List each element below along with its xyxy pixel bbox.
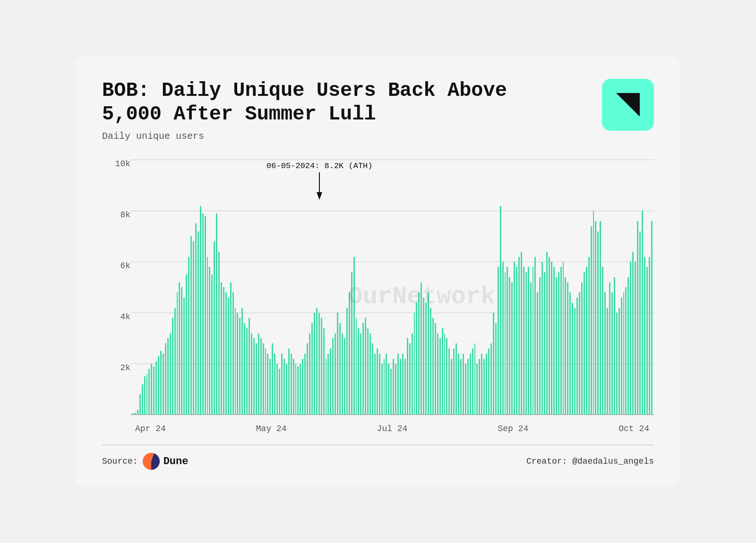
bar (297, 366, 299, 415)
bar (565, 277, 566, 415)
bar (321, 318, 322, 415)
bar (281, 354, 283, 415)
bar (139, 394, 141, 415)
bar (223, 287, 224, 415)
bar (523, 267, 524, 415)
bar (407, 338, 408, 415)
bar (446, 338, 447, 415)
chart-inner: 06-05-2024: 8.2K (ATH) OurNetwork Apr 24… (130, 160, 654, 433)
bar (207, 257, 208, 415)
bar (267, 354, 268, 415)
bar (414, 313, 415, 415)
bar (351, 272, 352, 415)
bar (500, 206, 501, 415)
source-label: Source: (102, 457, 138, 466)
bar (470, 354, 471, 415)
bar (539, 277, 541, 415)
bar (498, 267, 499, 415)
bar (388, 364, 389, 415)
bar (230, 282, 232, 415)
bar (604, 292, 606, 415)
bar (486, 354, 487, 415)
bar (623, 292, 625, 415)
bar (381, 364, 383, 415)
bar (365, 318, 366, 415)
bar (314, 313, 315, 415)
bar (148, 369, 150, 415)
logo-box (602, 79, 654, 131)
bar (614, 277, 615, 415)
bar (251, 333, 252, 415)
bar (541, 262, 543, 415)
bar (360, 333, 361, 415)
bar (332, 338, 334, 415)
dune-icon (143, 453, 160, 470)
bar (560, 267, 562, 415)
y-axis-label: 6k (102, 262, 130, 270)
bar (490, 343, 492, 415)
bar (232, 292, 234, 415)
bar (181, 287, 182, 415)
bar (472, 348, 473, 415)
bar (158, 356, 159, 415)
bar (349, 292, 350, 415)
bar (593, 211, 594, 415)
bar (269, 359, 271, 415)
y-axis-label: 8k (102, 211, 130, 219)
ournetwork-logo-icon (614, 91, 642, 119)
bar (153, 366, 155, 415)
bar (597, 231, 599, 415)
bar (546, 252, 548, 415)
bar (518, 257, 520, 415)
bar (377, 348, 378, 415)
bar (279, 369, 280, 415)
bar (144, 376, 146, 415)
bar (272, 343, 273, 415)
bar (421, 282, 422, 415)
bar (323, 328, 325, 415)
y-axis-label: 2k (102, 364, 130, 372)
bar (339, 323, 341, 415)
bar (528, 267, 529, 415)
bar (455, 343, 457, 415)
bar (260, 338, 262, 415)
bar (551, 262, 552, 415)
bar (642, 211, 643, 415)
title-block: BOB: Daily Unique Users Back Above 5,000… (102, 79, 527, 142)
bar (228, 297, 229, 415)
bar (556, 277, 557, 415)
chart-container: 10k8k6k4k2k 06-05-2024: 8.2K (ATH) (102, 160, 654, 433)
title-prefix: BOB: (102, 79, 150, 102)
bar (177, 292, 178, 415)
bar (460, 359, 462, 415)
bar (533, 267, 534, 415)
bar (284, 359, 285, 415)
bar (646, 267, 648, 415)
bar (581, 282, 583, 415)
bar (225, 292, 227, 415)
bar (211, 274, 213, 415)
bar (241, 308, 243, 415)
bar (409, 343, 411, 415)
bar (246, 328, 248, 415)
x-labels: Apr 24May 24Jul 24Sep 24Oct 24 (130, 420, 654, 433)
y-axis-label: 4k (102, 313, 130, 321)
bar (602, 267, 603, 415)
bar (574, 308, 576, 415)
bar (437, 333, 438, 415)
bar (300, 364, 301, 415)
bar (202, 213, 204, 415)
bar (337, 313, 338, 415)
bar (198, 231, 199, 415)
bar (534, 257, 536, 415)
bar (412, 333, 413, 415)
bar (493, 313, 494, 415)
bar (244, 323, 245, 415)
bar (495, 323, 497, 415)
bar (316, 308, 318, 415)
bar (327, 354, 329, 415)
bar (416, 303, 417, 415)
bar (216, 213, 217, 415)
bar (607, 308, 608, 415)
bar (397, 354, 399, 415)
